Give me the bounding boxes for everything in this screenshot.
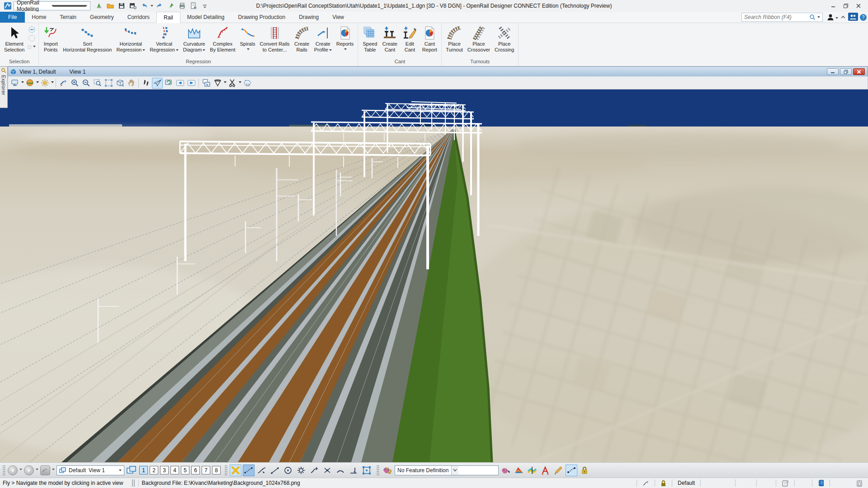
arc-icon[interactable]	[335, 465, 346, 476]
cant-report-button[interactable]: Cant Report	[420, 24, 439, 54]
spirals-button[interactable]: Spirals	[238, 24, 258, 52]
undo-dropdown-icon[interactable]	[151, 5, 153, 8]
properties-icon[interactable]	[189, 1, 198, 10]
snap-mode-indicator[interactable]	[640, 478, 652, 488]
view-minimize-button[interactable]	[827, 68, 839, 75]
place-crossing-button[interactable]: Place Crossing	[492, 24, 516, 54]
clip-mask-icon[interactable]	[227, 78, 238, 89]
civil-message-center-icon[interactable]	[566, 465, 577, 476]
place-turnout-button[interactable]: Place Turnout	[443, 24, 465, 54]
fly-icon[interactable]	[152, 78, 163, 89]
compass-icon[interactable]	[94, 1, 104, 10]
minimize-button[interactable]	[829, 2, 837, 9]
user-icon[interactable]	[826, 13, 835, 22]
tab-geometry[interactable]: Geometry	[83, 12, 121, 23]
notifications-indicator[interactable]	[815, 478, 827, 488]
restore-button[interactable]	[842, 2, 850, 9]
view-close-button[interactable]	[853, 68, 865, 75]
gear-icon[interactable]	[295, 465, 307, 476]
feature-lock-icon[interactable]	[579, 465, 590, 476]
feature-combo-arrow[interactable]	[451, 466, 458, 475]
feature-definition-combo[interactable]: No Feature Definition	[395, 465, 499, 475]
view-history-button[interactable]	[40, 465, 50, 475]
view-attributes-icon[interactable]	[9, 78, 20, 89]
tab-terrain[interactable]: Terrain	[53, 12, 83, 23]
zoom-out-icon[interactable]	[80, 78, 91, 89]
walk-icon[interactable]	[141, 78, 151, 89]
element-selection-button[interactable]: Element Selection	[2, 24, 27, 54]
place-crossover-button[interactable]: Place Crossover	[465, 24, 492, 54]
selection-set-indicator[interactable]	[779, 478, 792, 488]
viewport-3d[interactable]	[0, 89, 868, 462]
view-number-4[interactable]: 4	[170, 466, 179, 474]
help-icon[interactable]: ?	[858, 13, 868, 22]
display-style-dropdown-icon[interactable]	[36, 81, 39, 84]
clear-override-icon[interactable]	[58, 78, 69, 89]
marker-pen-icon[interactable]	[552, 465, 564, 476]
copy-view-icon[interactable]	[201, 78, 212, 89]
tab-file[interactable]: File	[0, 12, 25, 23]
ribbon-search[interactable]	[741, 13, 823, 22]
tab-corridors[interactable]: Corridors	[121, 12, 156, 23]
search-input[interactable]	[744, 14, 807, 20]
complex-by-element-button[interactable]: Complex By Element	[208, 24, 237, 54]
tab-rail[interactable]: Rail	[156, 12, 180, 23]
view-history-dropdown-icon[interactable]	[52, 469, 55, 472]
view-undo-button[interactable]	[8, 465, 18, 475]
save-settings-icon[interactable]	[128, 1, 138, 10]
horizontal-regression-button[interactable]: Horizontal Regression	[114, 24, 147, 54]
save-icon[interactable]	[117, 1, 127, 10]
section-clip-icon[interactable]	[242, 78, 253, 89]
view-attributes-dropdown-icon[interactable]	[21, 81, 24, 84]
view-number-8[interactable]: 8	[212, 466, 221, 474]
view-previous-icon[interactable]	[175, 78, 185, 89]
cross-section-icon[interactable]	[526, 465, 538, 476]
explorer-panel-tab[interactable]: Explorer	[0, 66, 8, 108]
view-number-2[interactable]: 2	[150, 466, 158, 474]
civil-accudraw-icon[interactable]	[243, 465, 255, 476]
curvature-diagram-button[interactable]: Curvature Diagram	[181, 24, 208, 54]
view-redo-dropdown-icon[interactable]	[36, 469, 38, 472]
print-icon[interactable]	[177, 1, 187, 10]
perpendicular-icon[interactable]	[348, 465, 359, 476]
tab-drawing-production[interactable]: Drawing Production	[231, 12, 292, 23]
edit-cant-button[interactable]: Edit Cant	[400, 24, 420, 54]
tab-drawing[interactable]: Drawing	[292, 12, 326, 23]
view-number-5[interactable]: 5	[181, 466, 189, 474]
view-undo-dropdown-icon[interactable]	[19, 469, 22, 472]
open-folder-icon[interactable]	[105, 1, 115, 10]
vertical-regression-button[interactable]: Vertical Regression	[147, 24, 181, 54]
clipboard-indicator[interactable]	[854, 478, 865, 488]
rotate-view-icon[interactable]	[114, 78, 125, 89]
undo-icon[interactable]	[139, 1, 149, 10]
spline-icon[interactable]	[308, 465, 320, 476]
close-button[interactable]	[854, 2, 863, 9]
create-profile-button[interactable]: Create Profile	[312, 24, 334, 54]
sort-horizontal-regression-button[interactable]: Sort Horizontal Regression	[61, 24, 114, 54]
tab-view[interactable]: View	[326, 12, 351, 23]
view-restore-button[interactable]	[840, 68, 852, 75]
search-dropdown-icon[interactable]	[817, 16, 820, 19]
selection-box-icon[interactable]	[361, 465, 373, 476]
workflow-selector[interactable]: OpenRail Modeling	[14, 1, 90, 10]
view-number-1[interactable]: 1	[139, 466, 148, 474]
display-style-icon[interactable]	[24, 78, 35, 89]
navigate-view-icon[interactable]	[163, 78, 174, 89]
active-selection-mode-icon[interactable]	[28, 26, 36, 33]
minimize-ribbon-icon[interactable]	[838, 13, 848, 22]
adjust-brightness-icon[interactable]	[39, 78, 50, 89]
fit-view-icon[interactable]	[103, 78, 114, 89]
view-redo-button[interactable]	[24, 465, 34, 475]
fence-mode-icon[interactable]	[28, 43, 36, 51]
lock-indicator[interactable]	[658, 478, 669, 488]
selection-mode-icon[interactable]	[28, 34, 36, 42]
viewport-3d-scene[interactable]	[0, 89, 868, 462]
cross-icon[interactable]	[321, 465, 333, 476]
zoom-in-icon[interactable]	[69, 78, 80, 89]
import-points-button[interactable]: Import Points	[41, 24, 61, 54]
fence-dropdown-icon[interactable]	[33, 46, 36, 49]
view-title-bar[interactable]: View 1, Default View 1	[8, 66, 868, 76]
pan-view-icon[interactable]	[126, 78, 137, 89]
view-number-7[interactable]: 7	[202, 466, 210, 474]
connect-advisor-icon[interactable]	[848, 13, 858, 21]
